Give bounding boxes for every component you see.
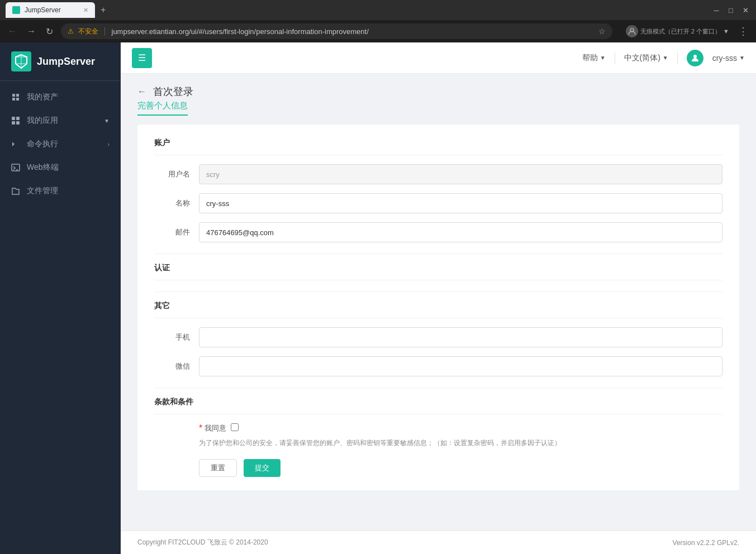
logo-icon: [11, 51, 31, 71]
wechat-input[interactable]: [199, 356, 722, 376]
footer-copyright: Copyright FIT2CLOUD 飞致云 © 2014-2020: [137, 538, 268, 547]
required-star: *: [199, 423, 202, 433]
browser-chrome: JumpServer ✕ + ─ □ ✕: [0, 0, 756, 20]
email-row: 邮件: [154, 222, 722, 242]
account-section-title: 账户: [154, 138, 722, 155]
close-btn[interactable]: ✕: [740, 5, 750, 15]
header-actions: 帮助 ▼ 中文(简体) ▼ cry-sss ▼: [582, 50, 745, 66]
window-controls: ─ □ ✕: [711, 5, 750, 15]
terms-divider: [154, 388, 722, 388]
wechat-label: 微信: [154, 361, 199, 371]
file-manager-icon: [11, 187, 20, 195]
sidebar-item-web-terminal[interactable]: Web终端: [0, 156, 121, 179]
sidebar-item-apps[interactable]: 我的应用 ▼: [0, 109, 121, 132]
user-avatar-icon: [691, 54, 700, 63]
phone-label: 手机: [154, 332, 199, 342]
help-arrow-icon: ▼: [600, 55, 606, 61]
back-nav-btn[interactable]: ←: [6, 24, 19, 39]
sidebar-item-assets-label: 我的资产: [27, 92, 58, 102]
wechat-row: 微信: [154, 356, 722, 376]
hamburger-icon: ☰: [138, 52, 146, 63]
browser-actions: 无痕模式（已打开 2 个窗口） ▼ ⋮: [624, 23, 750, 40]
username-row: 用户名: [154, 164, 722, 184]
terms-checkbox[interactable]: [231, 423, 239, 431]
name-label: 名称: [154, 198, 199, 208]
new-tab-btn[interactable]: +: [97, 5, 109, 15]
terms-agree-label: 我同意: [205, 423, 226, 433]
page-content: ← 首次登录 完善个人信息 账户 用户名 名称 邮件: [121, 74, 756, 531]
help-btn[interactable]: 帮助 ▼: [582, 53, 606, 63]
sidebar: JumpServer 我的资产 我的应用 ▼: [0, 42, 121, 554]
terms-agree-row: * 我同意: [154, 423, 722, 433]
main-content: ☰ 帮助 ▼ 中文(简体) ▼: [121, 42, 756, 554]
sidebar-item-file-manager[interactable]: 文件管理: [0, 179, 121, 203]
bookmark-icon[interactable]: ☆: [598, 27, 606, 36]
app-header: ☰ 帮助 ▼ 中文(简体) ▼: [121, 42, 756, 74]
auth-divider: [154, 254, 722, 254]
sidebar-item-assets[interactable]: 我的资产: [0, 85, 121, 109]
tab-title: JumpServer: [25, 6, 61, 14]
incognito-btn[interactable]: 无痕模式（已打开 2 个窗口） ▼: [624, 23, 731, 40]
app-icon: [11, 116, 20, 125]
active-tab[interactable]: JumpServer ✕: [6, 2, 95, 18]
email-input[interactable]: [199, 222, 722, 242]
cmd-arrow-icon: ›: [108, 141, 110, 147]
language-label: 中文(简体): [624, 53, 660, 63]
page-title: 首次登录: [153, 85, 193, 98]
terms-section-title: 条款和条件: [154, 397, 722, 414]
submit-button[interactable]: 提交: [244, 459, 280, 477]
header-divider-1: [615, 52, 615, 64]
security-label: 不安全: [78, 27, 98, 36]
phone-input[interactable]: [199, 327, 722, 347]
other-divider: [154, 292, 722, 292]
more-options-btn[interactable]: ⋮: [736, 23, 750, 40]
footer-version: Version v2.2.2 GPLv2.: [673, 539, 739, 547]
address-separator: │: [103, 27, 107, 35]
page-subtitle: 完善个人信息: [137, 101, 188, 116]
auth-section-title: 认证: [154, 263, 722, 280]
app-layout: JumpServer 我的资产 我的应用 ▼: [0, 42, 756, 554]
other-section-title: 其它: [154, 301, 722, 318]
page-header: ← 首次登录: [137, 85, 739, 98]
username-input[interactable]: [199, 164, 722, 184]
incognito-icon: [626, 25, 638, 37]
sidebar-item-web-terminal-label: Web终端: [27, 163, 59, 173]
sidebar-item-file-manager-label: 文件管理: [27, 186, 58, 196]
sidebar-item-apps-label: 我的应用: [27, 116, 58, 126]
username-label: cry-sss: [712, 54, 737, 63]
incognito-arrow: ▼: [723, 28, 729, 35]
user-avatar: [687, 50, 703, 66]
address-text[interactable]: jumpserver.etiantian.org/ui/#/users/firs…: [112, 27, 594, 36]
form-actions: 重置 提交: [154, 459, 722, 477]
security-icon: ⚠: [68, 27, 74, 35]
web-terminal-icon: [11, 163, 20, 172]
svg-rect-4: [12, 121, 15, 125]
name-row: 名称: [154, 193, 722, 213]
terms-notice: 为了保护您和公司的安全，请妥善保管您的账户、密码和密钥等重要敏感信息；（如：设置…: [154, 438, 722, 448]
language-btn[interactable]: 中文(简体) ▼: [624, 53, 668, 63]
name-input[interactable]: [199, 193, 722, 213]
email-label: 邮件: [154, 227, 199, 237]
logo-text: JumpServer: [37, 56, 95, 68]
sidebar-item-cmd[interactable]: 命令执行 ›: [0, 132, 121, 156]
browser-tabs: JumpServer ✕ +: [6, 2, 707, 18]
hamburger-btn[interactable]: ☰: [132, 48, 152, 68]
user-menu-btn[interactable]: cry-sss ▼: [712, 54, 745, 63]
tab-favicon: [12, 6, 20, 14]
sidebar-item-cmd-label: 命令执行: [27, 139, 58, 149]
svg-rect-6: [12, 164, 20, 171]
reload-btn[interactable]: ↻: [44, 24, 55, 39]
app-footer: Copyright FIT2CLOUD 飞致云 © 2014-2020 Vers…: [121, 531, 756, 554]
language-arrow-icon: ▼: [663, 55, 668, 61]
maximize-btn[interactable]: □: [726, 5, 736, 15]
sidebar-logo: JumpServer: [0, 42, 121, 81]
cmd-icon: [11, 140, 20, 149]
back-btn[interactable]: ←: [137, 87, 146, 97]
tab-close-btn[interactable]: ✕: [83, 7, 88, 14]
help-label: 帮助: [582, 53, 598, 63]
address-bar-container[interactable]: ⚠ 不安全 │ jumpserver.etiantian.org/ui/#/us…: [61, 23, 612, 39]
reset-button[interactable]: 重置: [199, 459, 237, 477]
minimize-btn[interactable]: ─: [711, 5, 721, 15]
forward-nav-btn[interactable]: →: [25, 24, 38, 39]
form-card: 账户 用户名 名称 邮件 认证 其它: [137, 125, 739, 490]
